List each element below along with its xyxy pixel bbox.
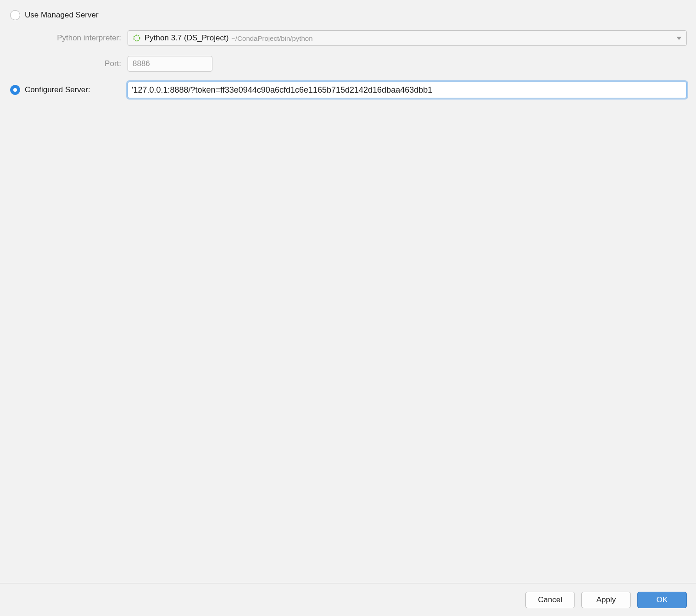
python-ring-icon (133, 34, 141, 42)
interpreter-path: ~/CondaProject/bin/python (231, 34, 312, 42)
python-interpreter-dropdown[interactable]: Python 3.7 (DS_Project) ~/CondaProject/b… (128, 30, 687, 46)
dialog-button-bar: Cancel Apply OK (0, 583, 696, 616)
configured-server-radio[interactable] (10, 85, 20, 95)
configured-server-label: Configured Server: (25, 85, 90, 94)
ok-button[interactable]: OK (637, 592, 687, 608)
python-interpreter-label: Python interpreter: (10, 33, 128, 43)
python-interpreter-row: Python interpreter: Python 3.7 (DS_Proje… (10, 30, 687, 46)
configured-server-url-input[interactable] (128, 82, 687, 98)
managed-server-row: Use Managed Server (10, 10, 687, 20)
configured-server-row: Configured Server: (10, 82, 687, 98)
interpreter-name: Python 3.7 (DS_Project) (145, 33, 228, 43)
port-input[interactable] (128, 56, 212, 72)
port-label: Port: (10, 59, 128, 68)
apply-button[interactable]: Apply (581, 592, 631, 608)
use-managed-server-label: Use Managed Server (25, 11, 99, 20)
port-row: Port: (10, 56, 687, 72)
cancel-button[interactable]: Cancel (525, 592, 575, 608)
settings-panel: Use Managed Server Python interpreter: P… (0, 0, 696, 583)
use-managed-server-radio[interactable] (10, 10, 20, 20)
chevron-down-icon (676, 37, 682, 40)
svg-point-0 (134, 35, 140, 41)
